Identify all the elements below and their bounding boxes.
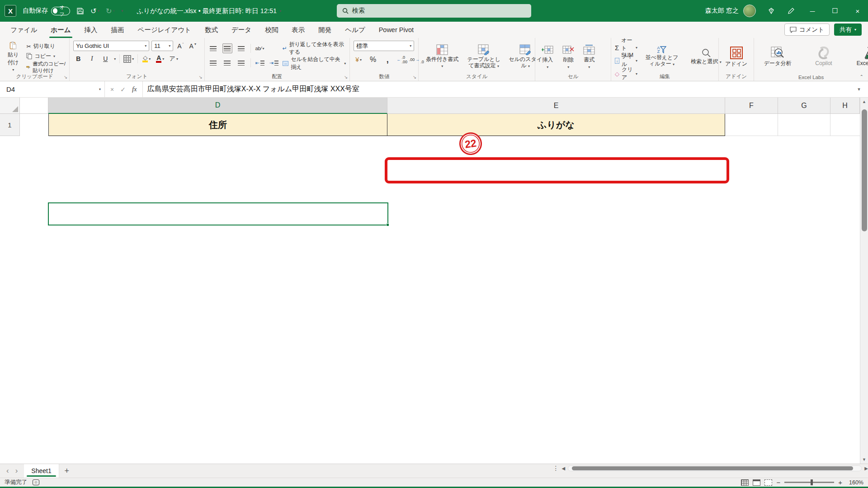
page-layout-view-icon[interactable] <box>753 479 760 486</box>
data-analysis-button[interactable]: データ分析 <box>758 41 797 73</box>
zoom-level[interactable]: 160% <box>846 479 863 486</box>
increase-decimal-button[interactable]: ←.0.00 <box>397 55 407 65</box>
expand-formula-bar-icon[interactable]: ▾ <box>850 81 868 97</box>
scroll-down-icon[interactable]: ▼ <box>860 455 868 464</box>
zoom-in-icon[interactable]: + <box>838 479 842 486</box>
normal-view-icon[interactable] <box>741 479 749 486</box>
formula-input[interactable]: 広島県安芸高田市甲田町浅塚X-X-X フォルム甲田町浅塚 XXX号室 <box>143 81 850 97</box>
splitter-kebab-icon[interactable]: ⋮ <box>553 465 559 472</box>
column-header-d[interactable]: D <box>48 98 387 114</box>
font-dialog-launcher[interactable]: ↘ <box>198 75 202 80</box>
ribbon-tab-データ[interactable]: データ <box>225 22 258 38</box>
share-button[interactable]: 共有▾ <box>834 23 862 36</box>
currency-button[interactable]: ¥▾ <box>354 55 363 65</box>
sheet-tab-sheet1[interactable]: Sheet1 <box>24 464 59 478</box>
minimize-button[interactable]: ─ <box>802 0 823 22</box>
ribbon-tab-ホーム[interactable]: ホーム <box>44 22 77 38</box>
column-header-c[interactable] <box>20 98 48 114</box>
avatar[interactable] <box>743 5 756 17</box>
column-header-e[interactable]: E <box>387 98 725 114</box>
save-button[interactable] <box>76 7 84 15</box>
italic-button[interactable]: I <box>87 54 97 64</box>
number-dialog-launcher[interactable]: ↘ <box>413 75 416 80</box>
zoom-slider[interactable] <box>784 482 834 483</box>
font-size-combo[interactable]: 11▾ <box>151 41 173 51</box>
excel-labs-button[interactable]: Excel Labs <box>850 41 868 73</box>
borders-button[interactable]: ▾ <box>123 54 134 64</box>
column-header-f[interactable]: F <box>725 98 778 114</box>
addins-button[interactable]: アドイン <box>717 41 756 73</box>
increase-indent-button[interactable]: ⇥ <box>269 58 279 68</box>
ribbon-tab-数式[interactable]: 数式 <box>198 22 225 38</box>
new-sheet-button[interactable]: + <box>59 464 75 478</box>
horizontal-scrollbar[interactable] <box>568 465 862 471</box>
align-center-button[interactable] <box>222 58 232 68</box>
ribbon-tab-ヘルプ[interactable]: ヘルプ <box>338 22 372 38</box>
fill-handle[interactable] <box>386 223 389 226</box>
vertical-scroll-thumb[interactable] <box>862 109 867 231</box>
copilot-button[interactable]: Copilot <box>804 41 844 73</box>
cell-g1[interactable] <box>778 114 830 136</box>
column-header-h[interactable]: H <box>830 98 860 114</box>
fill-color-button[interactable]: ◇▾ <box>142 54 151 64</box>
align-left-button[interactable] <box>208 58 218 68</box>
comments-button[interactable]: コメント <box>784 23 830 36</box>
scroll-up-icon[interactable]: ▲ <box>860 98 868 106</box>
bold-button[interactable]: B <box>73 54 83 64</box>
cancel-icon[interactable]: × <box>110 86 114 93</box>
diamond-icon[interactable] <box>762 0 780 22</box>
wrap-text-button[interactable]: ↵折り返して全体を表示する <box>283 43 346 54</box>
cut-button[interactable]: ✂切り取り <box>26 42 66 51</box>
qat-overflow-button[interactable]: ▾ <box>121 9 123 13</box>
cell-c1[interactable] <box>20 114 48 136</box>
user-name[interactable]: 森太郎 窓之 <box>705 7 739 15</box>
font-color-button[interactable]: A▾ <box>155 54 165 64</box>
ribbon-tab-Power Pivot[interactable]: Power Pivot <box>372 22 420 38</box>
align-bottom-button[interactable] <box>236 43 246 53</box>
align-right-button[interactable] <box>236 58 246 68</box>
ribbon-tab-表示[interactable]: 表示 <box>285 22 311 38</box>
autosave-toggle[interactable]: オフ <box>51 7 70 15</box>
pen-icon[interactable] <box>782 0 800 22</box>
undo-button[interactable]: ↺▾ <box>90 7 99 15</box>
enter-icon[interactable]: ✓ <box>120 86 126 93</box>
format-as-table-button[interactable]: テーブルとして書式設定 ▾ <box>464 41 504 73</box>
maximize-button[interactable]: ☐ <box>825 0 845 22</box>
align-middle-button[interactable] <box>222 43 232 53</box>
percent-button[interactable]: % <box>368 55 378 65</box>
row-header-1[interactable]: 1 <box>0 114 20 136</box>
sheet-prev-icon[interactable]: ‹ <box>6 466 9 475</box>
horizontal-scroll-thumb[interactable] <box>572 466 853 470</box>
alignment-dialog-launcher[interactable]: ↘ <box>344 75 348 80</box>
underline-button[interactable]: U <box>100 54 110 64</box>
cell-f1[interactable] <box>725 114 778 136</box>
cell-h1[interactable] <box>830 114 860 136</box>
align-top-button[interactable] <box>208 43 218 53</box>
grow-font-button[interactable]: Aˆ <box>175 41 185 51</box>
ribbon-tab-ページレイアウト[interactable]: ページレイアウト <box>131 22 198 38</box>
redo-button[interactable]: ↻▾ <box>106 7 115 15</box>
collapse-ribbon-icon[interactable]: ⌃ <box>860 74 863 79</box>
font-name-combo[interactable]: Yu Gothic UI▾ <box>73 41 149 51</box>
sort-filter-button[interactable]: AZ 並べ替えとフィルター ▾ <box>642 41 682 73</box>
insert-function-icon[interactable]: fx <box>132 85 137 93</box>
ribbon-tab-開発[interactable]: 開発 <box>311 22 338 38</box>
clipboard-dialog-launcher[interactable]: ↘ <box>64 75 67 80</box>
sheet-next-icon[interactable]: › <box>15 466 18 475</box>
ribbon-tab-file[interactable]: ファイル <box>4 22 44 38</box>
ribbon-tab-校閲[interactable]: 校閲 <box>258 22 285 38</box>
search-box[interactable]: 検索 <box>337 4 531 18</box>
autosave-control[interactable]: 自動保存 オフ <box>23 7 70 15</box>
column-header-g[interactable]: G <box>778 98 830 114</box>
document-title[interactable]: ふりがなの統一.xlsx • 最終更新日時: 昨日 12:51▾ <box>137 7 281 15</box>
page-break-view-icon[interactable] <box>764 479 772 486</box>
insert-cells-button[interactable]: 挿入▾ <box>539 41 556 73</box>
paste-button[interactable]: 貼り付け▾ <box>4 41 23 73</box>
decrease-indent-button[interactable]: ⇤ <box>255 58 265 68</box>
fill-button[interactable]: ↓フィル▾ <box>615 55 637 66</box>
comma-button[interactable]: , <box>382 55 392 65</box>
hscroll-left-icon[interactable]: ◀ <box>562 466 566 471</box>
delete-cells-button[interactable]: 削除▾ <box>560 41 577 73</box>
ribbon-tab-挿入[interactable]: 挿入 <box>78 22 104 38</box>
hscroll-right-icon[interactable]: ▶ <box>864 466 868 471</box>
